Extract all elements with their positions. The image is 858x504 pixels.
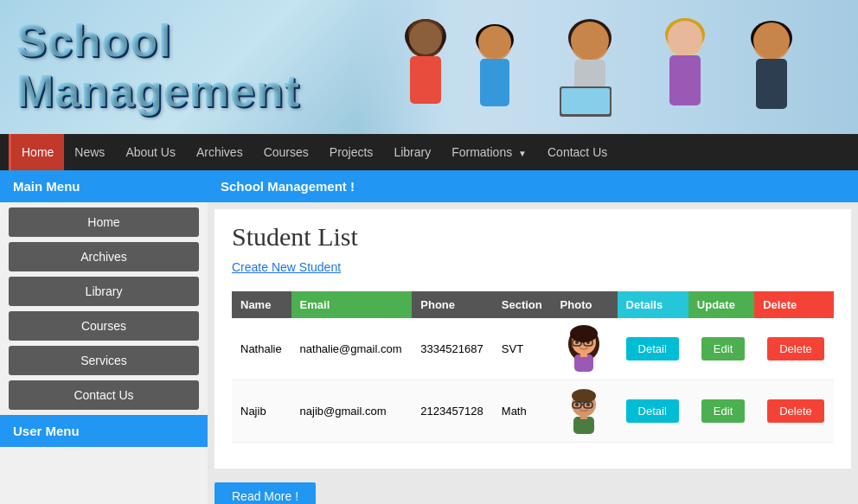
student-delete-btn-2[interactable]: Delete	[754, 380, 834, 443]
student-name-1: Nathalie	[232, 318, 291, 380]
nav-courses[interactable]: Courses	[253, 134, 319, 170]
nav-about[interactable]: About Us	[115, 134, 186, 170]
content-body: Student List Create New Student Name Ema…	[214, 209, 851, 469]
delete-button-1[interactable]: Delete	[767, 337, 824, 360]
sidebar-btn-courses[interactable]: Courses	[9, 311, 199, 341]
main-navbar: Home News About Us Archives Courses Proj…	[0, 134, 858, 170]
student-photo-2	[552, 380, 618, 443]
detail-button-2[interactable]: Detail	[626, 399, 679, 423]
avatar	[560, 387, 608, 435]
nav-contact[interactable]: Contact Us	[537, 134, 618, 170]
student-email-1: nathalie@gmail.com	[291, 318, 413, 380]
sidebar: Main Menu Home Archives Library Courses …	[0, 170, 208, 504]
svg-point-23	[753, 22, 790, 59]
student-email-2: najib@gmail.com	[291, 380, 413, 443]
student-detail-btn-1[interactable]: Detail	[618, 318, 688, 380]
delete-button-2[interactable]: Delete	[767, 399, 824, 423]
student-phone-2: 2123457128	[412, 380, 492, 443]
student-phone-1: 3334521687	[412, 318, 492, 380]
svg-rect-15	[561, 88, 610, 114]
svg-rect-21	[756, 59, 787, 109]
student-photo-1	[552, 318, 618, 380]
col-photo: Photo	[552, 291, 618, 318]
svg-rect-7	[480, 59, 509, 106]
nav-library[interactable]: Library	[383, 134, 441, 170]
svg-rect-4	[410, 56, 441, 104]
svg-point-40	[586, 403, 590, 406]
sidebar-btn-contact[interactable]: Contact Us	[9, 380, 199, 410]
sidebar-main-menu-header: Main Menu	[0, 170, 208, 202]
col-section: Section	[493, 291, 552, 318]
col-details: Details	[618, 291, 688, 318]
svg-point-9	[478, 26, 511, 59]
student-name-2: Najib	[232, 380, 291, 443]
main-layout: Main Menu Home Archives Library Courses …	[0, 170, 858, 504]
col-phone: Phone	[412, 291, 492, 318]
svg-point-13	[571, 22, 609, 60]
student-edit-btn-1[interactable]: Edit	[688, 318, 754, 380]
create-new-student-link[interactable]: Create New Student	[232, 260, 341, 274]
col-email: Email	[291, 291, 413, 318]
sidebar-btn-archives[interactable]: Archives	[9, 242, 199, 271]
header-image	[339, 0, 858, 134]
table-header-row: Name Email Phone Section Photo Details U…	[232, 291, 834, 318]
read-more-button[interactable]: Read More !	[214, 482, 316, 504]
svg-point-35	[572, 389, 596, 403]
svg-rect-17	[669, 55, 701, 105]
svg-rect-33	[580, 353, 587, 357]
student-section-1: SVT	[493, 318, 552, 380]
col-update: Update	[688, 291, 754, 318]
formations-dropdown-arrow: ▼	[518, 149, 527, 158]
student-edit-btn-2[interactable]: Edit	[688, 380, 754, 443]
svg-rect-42	[580, 415, 587, 419]
svg-point-5	[409, 22, 442, 54]
girl-avatar-icon	[562, 325, 605, 373]
student-detail-btn-2[interactable]: Detail	[618, 380, 688, 443]
page-title: Student List	[232, 222, 834, 252]
sidebar-btn-library[interactable]: Library	[9, 277, 199, 306]
svg-point-39	[575, 403, 579, 406]
sidebar-btn-home[interactable]: Home	[9, 207, 199, 237]
edit-button-1[interactable]: Edit	[701, 337, 745, 360]
sidebar-user-menu-header: User Menu	[0, 415, 208, 447]
avatar	[560, 325, 608, 373]
site-title: School Management	[0, 17, 301, 116]
content-header: School Management !	[208, 170, 858, 202]
table-row: Nathalie nathalie@gmail.com 3334521687 S…	[232, 318, 834, 380]
col-name: Name	[232, 291, 291, 318]
student-table: Name Email Phone Section Photo Details U…	[232, 291, 834, 443]
boy-avatar-icon	[562, 387, 605, 435]
student-delete-btn-1[interactable]: Delete	[754, 318, 834, 380]
col-delete: Delete	[754, 291, 834, 318]
students-illustration	[356, 0, 858, 134]
nav-news[interactable]: News	[64, 134, 115, 170]
svg-point-19	[668, 21, 702, 55]
nav-home[interactable]: Home	[9, 134, 64, 170]
table-row: Najib najib@gmail.com 2123457128 Math	[232, 380, 834, 443]
edit-button-2[interactable]: Edit	[701, 399, 745, 423]
nav-projects[interactable]: Projects	[319, 134, 384, 170]
page-header: School Management	[0, 0, 858, 134]
nav-formations[interactable]: Formations ▼	[441, 134, 537, 170]
main-content: School Management ! Student List Create …	[208, 170, 858, 504]
sidebar-btn-services[interactable]: Services	[9, 346, 199, 375]
student-section-2: Math	[493, 380, 552, 443]
svg-point-31	[570, 325, 598, 342]
nav-archives[interactable]: Archives	[186, 134, 253, 170]
detail-button-1[interactable]: Detail	[626, 337, 679, 360]
